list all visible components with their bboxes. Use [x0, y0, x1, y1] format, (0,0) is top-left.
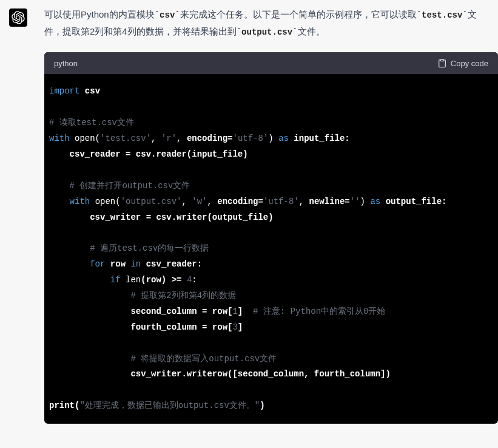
intro-text-2: 来完成这个任务。以下是一个简单的示例程序，它可以读取: [180, 9, 417, 19]
intro-paragraph: 可以使用Python的内置模块`csv`来完成这个任务。以下是一个简单的示例程序…: [44, 6, 498, 40]
copy-code-button[interactable]: Copy code: [437, 58, 488, 68]
inline-code-csv: `csv`: [155, 10, 180, 20]
intro-text-1: 可以使用Python的内置模块: [44, 9, 155, 19]
intro-text-4: 文件。: [298, 26, 325, 36]
svg-rect-0: [440, 59, 443, 61]
copy-code-label: Copy code: [451, 59, 488, 68]
inline-code-outputcsv: `output.csv`: [237, 27, 298, 37]
code-header: python Copy code: [44, 52, 498, 74]
clipboard-icon: [437, 58, 447, 68]
openai-logo-icon: [12, 11, 25, 24]
assistant-avatar: [9, 8, 27, 27]
code-content: import csv # 读取test.csv文件 with open('tes…: [44, 74, 498, 424]
code-block: python Copy code import csv # 读取test.csv…: [44, 52, 498, 424]
inline-code-testcsv: `test.csv`: [417, 10, 468, 20]
language-label: python: [54, 59, 78, 68]
